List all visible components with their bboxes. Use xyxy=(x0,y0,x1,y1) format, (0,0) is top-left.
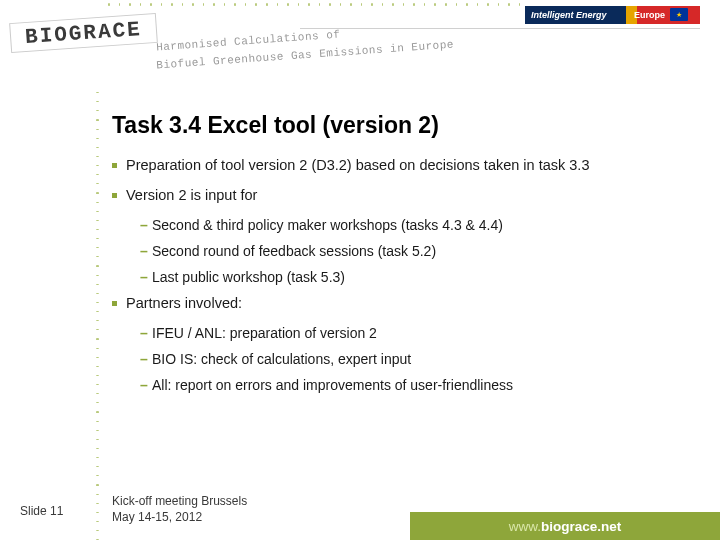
bullet-list: Preparation of tool version 2 (D3.2) bas… xyxy=(112,157,690,393)
footer-meeting-info: Kick-off meeting Brussels May 14-15, 201… xyxy=(112,493,247,525)
slide-title: Task 3.4 Excel tool (version 2) xyxy=(112,112,690,139)
logo-box: BIOGRACE xyxy=(9,13,158,53)
slide-content: Task 3.4 Excel tool (version 2) Preparat… xyxy=(112,112,690,403)
bullet-level-2: Second & third policy maker workshops (t… xyxy=(140,217,690,233)
bullet-level-1: Version 2 is input for xyxy=(112,187,690,203)
bullet-level-1: Partners involved: xyxy=(112,295,690,311)
footer-url-bar: www.biograce.net xyxy=(410,512,720,540)
logo-text: BIOGRACE xyxy=(24,18,142,49)
meeting-line-1: Kick-off meeting Brussels xyxy=(112,493,247,509)
ie-europe-text: Europe xyxy=(634,10,665,20)
slide-header: BIOGRACE Harmonised Calculations of Biof… xyxy=(0,0,720,90)
bullet-level-2: All: report on errors and improvements o… xyxy=(140,377,690,393)
bullet-level-2: Last public workshop (task 5.3) xyxy=(140,269,690,285)
eu-flag-icon: ★ xyxy=(670,8,688,21)
url-main: biograce.net xyxy=(541,519,621,534)
footer-url: www.biograce.net xyxy=(509,519,622,534)
decorative-dot-column xyxy=(96,92,102,540)
ie-badge-text: Intelligent Energy xyxy=(531,10,607,20)
url-prefix: www. xyxy=(509,519,541,534)
bullet-level-1: Preparation of tool version 2 (D3.2) bas… xyxy=(112,157,690,173)
decorative-dot-row xyxy=(108,2,520,8)
header-divider xyxy=(300,28,700,29)
meeting-line-2: May 14-15, 2012 xyxy=(112,509,247,525)
bullet-level-2: Second round of feedback sessions (task … xyxy=(140,243,690,259)
slide-number: Slide 11 xyxy=(20,504,63,518)
intelligent-energy-badge: Intelligent Energy Europe ★ xyxy=(525,6,700,24)
bullet-level-2: BIO IS: check of calculations, expert in… xyxy=(140,351,690,367)
bullet-level-2: IFEU / ANL: preparation of version 2 xyxy=(140,325,690,341)
